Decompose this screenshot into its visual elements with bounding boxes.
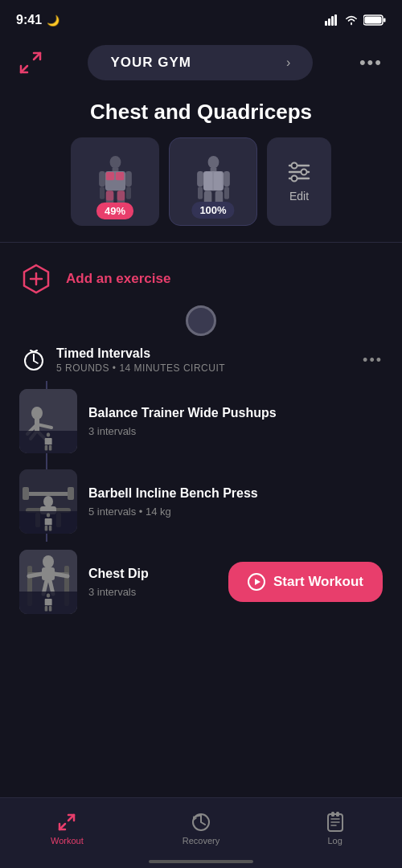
drag-handle	[186, 305, 216, 336]
chevron-right-icon: ›	[286, 55, 290, 70]
svg-point-57	[47, 432, 50, 436]
more-options-button[interactable]: •••	[356, 49, 386, 76]
svg-rect-72	[45, 526, 48, 530]
svg-rect-18	[99, 171, 105, 186]
muscle-group-selector: 49% 100%	[0, 137, 402, 239]
exercise-name: Balance Trainer Wide Pushups	[88, 405, 383, 422]
nav-item-workout[interactable]: Workout	[0, 805, 134, 845]
svg-marker-89	[255, 579, 260, 585]
exercise-section: Add an exercise Timed Intervals 5 ROUNDS…	[0, 246, 402, 694]
add-exercise-button[interactable]: Add an exercise	[0, 246, 402, 302]
svg-point-68	[43, 496, 53, 507]
circuit-meta: 5 ROUNDS • 14 MINUTES CIRCUIT	[56, 362, 355, 374]
svg-rect-31	[197, 171, 203, 186]
muscle-back-badge: 100%	[191, 202, 234, 219]
exercise-thumbnail	[19, 469, 77, 534]
exercise-thumbnail	[19, 389, 77, 453]
svg-rect-1	[328, 18, 330, 26]
svg-rect-66	[23, 487, 29, 500]
svg-rect-67	[68, 487, 74, 500]
recovery-nav-label: Recovery	[183, 836, 219, 845]
exercise-name: Barbell Incline Bench Press	[88, 485, 383, 502]
exercise-item[interactable]: Barbell Incline Bench Press 5 intervals …	[0, 461, 402, 542]
svg-rect-101	[331, 812, 334, 817]
svg-rect-21	[125, 186, 130, 199]
circuit-header: Timed Intervals 5 ROUNDS • 14 MINUTES CI…	[0, 339, 402, 381]
svg-point-26	[207, 156, 219, 169]
svg-rect-30	[213, 171, 221, 190]
moon-icon: 🌙	[47, 14, 59, 27]
svg-rect-65	[24, 492, 72, 496]
status-bar: 9:41 🌙	[0, 0, 402, 35]
timer-icon	[19, 346, 48, 375]
svg-rect-86	[45, 606, 48, 611]
bottom-navigation: Workout Recovery Log	[0, 797, 402, 868]
start-workout-button[interactable]: Start Workout	[228, 562, 383, 602]
gym-selector[interactable]: YOUR GYM ›	[88, 45, 313, 80]
svg-rect-34	[224, 186, 228, 199]
edit-button[interactable]: Edit	[267, 137, 331, 226]
svg-point-38	[292, 163, 297, 169]
signal-icon	[325, 14, 339, 26]
nav-item-log[interactable]: Log	[268, 805, 402, 845]
recovery-nav-icon	[191, 812, 211, 833]
log-nav-icon	[325, 812, 346, 833]
gym-name: YOUR GYM	[110, 55, 191, 71]
svg-rect-25	[117, 190, 125, 200]
svg-rect-73	[49, 526, 52, 530]
svg-rect-5	[384, 18, 386, 23]
svg-rect-20	[100, 186, 105, 199]
svg-rect-33	[198, 186, 203, 199]
workout-nav-icon	[56, 812, 77, 833]
exercise-meta: 3 intervals	[88, 425, 383, 437]
add-exercise-label: Add an exercise	[66, 271, 170, 287]
exercise-meta: 5 intervals • 14 kg	[88, 506, 383, 518]
svg-point-13	[109, 156, 121, 169]
svg-rect-85	[45, 599, 52, 605]
muscle-front-badge: 49%	[96, 203, 133, 219]
svg-rect-32	[224, 171, 230, 186]
drag-handle-container	[0, 302, 402, 339]
header: YOUR GYM › •••	[0, 35, 402, 90]
svg-line-80	[29, 574, 42, 576]
body-front-icon	[93, 156, 137, 208]
workout-title: Chest and Quadriceps	[0, 90, 402, 137]
muscle-back-card[interactable]: 100%	[169, 137, 257, 226]
circuit-more-button[interactable]: •••	[363, 352, 383, 369]
svg-rect-24	[105, 190, 113, 200]
expand-icon[interactable]	[16, 48, 45, 77]
svg-rect-29	[203, 171, 211, 190]
start-workout-label: Start Workout	[273, 574, 363, 590]
svg-rect-3	[334, 14, 337, 26]
more-dots: •••	[359, 52, 383, 72]
battery-icon	[363, 14, 386, 26]
svg-rect-16	[105, 171, 113, 179]
svg-point-70	[47, 513, 50, 517]
sliders-icon	[286, 161, 312, 183]
workout-nav-label: Workout	[51, 836, 84, 845]
play-circle-icon	[248, 573, 265, 591]
exercise-item[interactable]: Balance Trainer Wide Pushups 3 intervals	[0, 381, 402, 461]
svg-rect-6	[365, 17, 382, 24]
exercise-item[interactable]: Chest Dip 3 intervals Start Workout	[0, 542, 402, 694]
muscle-front-card[interactable]: 49%	[71, 137, 159, 226]
log-nav-label: Log	[328, 836, 343, 845]
svg-point-78	[43, 555, 54, 568]
svg-line-49	[34, 361, 38, 363]
svg-rect-102	[336, 812, 339, 817]
svg-rect-71	[45, 518, 52, 525]
section-divider	[0, 242, 402, 243]
exercise-info: Chest Dip 3 intervals	[88, 566, 217, 598]
time-display: 9:41	[16, 13, 42, 27]
svg-rect-2	[331, 16, 334, 26]
home-indicator	[149, 860, 253, 863]
nav-item-recovery[interactable]: Recovery	[134, 805, 269, 845]
svg-rect-17	[115, 171, 123, 179]
svg-rect-59	[45, 445, 48, 450]
circuit-name: Timed Intervals	[56, 346, 355, 361]
svg-point-42	[292, 176, 297, 182]
add-hex-icon	[19, 262, 53, 296]
svg-rect-58	[45, 438, 52, 444]
svg-line-81	[55, 574, 68, 576]
body-back-icon	[191, 156, 236, 208]
